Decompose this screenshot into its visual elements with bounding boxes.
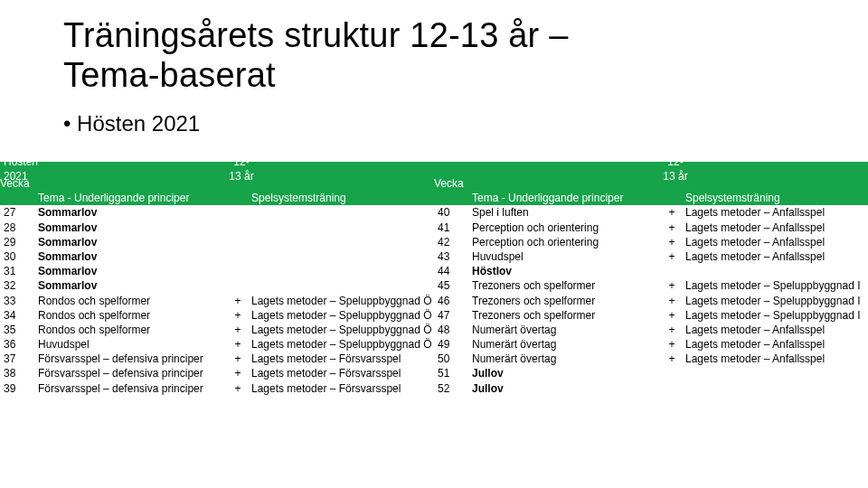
right-header-vecka: Vecka [434, 176, 472, 191]
cell-plus [224, 249, 251, 264]
cell-plus [224, 221, 251, 235]
cell-tema: Numerärt övertag [472, 352, 658, 366]
cell-vecka: 34 [0, 308, 38, 323]
cell-tema: Numerärt övertag [472, 323, 658, 337]
cell-plus [224, 205, 251, 220]
cell-vecka: 47 [434, 308, 472, 323]
cell-tema: Sommarlov [38, 249, 224, 264]
table-row: 36Huvudspel+Lagets metoder – Speluppbygg… [0, 337, 434, 352]
cell-tema: Perception och orientering [472, 221, 658, 235]
cell-plus: + [658, 308, 685, 323]
cell-plus: + [224, 366, 251, 380]
cell-vecka: 46 [434, 294, 472, 308]
cell-vecka: 38 [0, 366, 38, 380]
cell-spel [251, 205, 434, 220]
cell-plus: + [658, 294, 685, 308]
cell-plus: + [658, 352, 685, 366]
table-row: 31Sommarlov [0, 264, 434, 278]
right-header-age: 12-13 år [662, 155, 689, 183]
cell-spel: Lagets metoder – Anfallsspel [685, 205, 868, 220]
cell-plus: + [658, 323, 685, 337]
cell-tema: Sommarlov [38, 235, 224, 249]
table-row: 50Numerärt övertag+Lagets metoder – Anfa… [434, 352, 868, 366]
cell-vecka: 52 [434, 381, 472, 396]
cell-vecka: 40 [434, 205, 472, 220]
right-body: 40Spel i luften+Lagets metoder – Anfalls… [434, 205, 868, 395]
right-header-tema: Tema - Underliggande principer [472, 191, 658, 205]
table-row: 38Försvarsspel – defensiva principer+Lag… [0, 366, 434, 380]
cell-vecka: 50 [434, 352, 472, 366]
cell-spel: Lagets metoder – Speluppbyggnad I [685, 294, 868, 308]
cell-tema: Försvarsspel – defensiva principer [38, 352, 224, 366]
cell-plus: + [224, 323, 251, 337]
right-header-spel: Spelsystemsträning [685, 191, 868, 205]
cell-plus: + [224, 352, 251, 366]
right-header-row2: Vecka [434, 176, 868, 191]
bullet-line: Hösten 2021 [63, 111, 868, 136]
table-row: 27Sommarlov [0, 205, 434, 220]
table-row: 32Sommarlov [0, 278, 434, 293]
cell-spel: Lagets metoder – Anfallsspel [685, 323, 868, 337]
left-body: 27Sommarlov28Sommarlov29Sommarlov30Somma… [0, 205, 434, 395]
cell-vecka: 32 [0, 278, 38, 293]
cell-tema: Spel i luften [472, 205, 658, 220]
cell-vecka: 27 [0, 205, 38, 220]
tables-container: Hösten 2021 12-13 år Vecka Tema - Underl… [0, 162, 868, 395]
cell-spel [251, 278, 434, 293]
cell-tema: Huvudspel [472, 249, 658, 264]
cell-tema: Numerärt övertag [472, 337, 658, 352]
cell-tema: Sommarlov [38, 278, 224, 293]
table-row: 49Numerärt övertag+Lagets metoder – Anfa… [434, 337, 868, 352]
table-row: 40Spel i luften+Lagets metoder – Anfalls… [434, 205, 868, 220]
cell-plus: + [658, 205, 685, 220]
cell-vecka: 43 [434, 249, 472, 264]
title-line2: Tema-baserat [63, 56, 276, 94]
cell-vecka: 41 [434, 221, 472, 235]
right-header-row1: 12-13 år [434, 162, 868, 176]
cell-plus: + [658, 249, 685, 264]
cell-spel: Lagets metoder – Speluppbyggnad Ö [251, 294, 434, 308]
table-row: 44Höstlov [434, 264, 868, 278]
cell-plus: + [224, 381, 251, 396]
table-row: 42Perception och orientering+Lagets meto… [434, 235, 868, 249]
cell-spel: Lagets metoder – Försvarsspel [251, 352, 434, 366]
cell-plus: + [224, 308, 251, 323]
cell-tema: Försvarsspel – defensiva principer [38, 381, 224, 396]
cell-vecka: 48 [434, 323, 472, 337]
cell-tema: Jullov [472, 366, 658, 380]
cell-spel [685, 264, 868, 278]
cell-plus: + [224, 337, 251, 352]
cell-spel: Lagets metoder – Speluppbyggnad Ö [251, 308, 434, 323]
table-right: 12-13 år Vecka Tema - Underliggande prin… [434, 162, 868, 395]
cell-plus: + [224, 294, 251, 308]
table-row: 29Sommarlov [0, 235, 434, 249]
cell-vecka: 28 [0, 221, 38, 235]
cell-spel: Lagets metoder – Speluppbyggnad I [685, 308, 868, 323]
right-header-row3: Tema - Underliggande principer Spelsyste… [434, 191, 868, 205]
cell-spel [251, 249, 434, 264]
table-row: 46Trezoners och spelformer+Lagets metode… [434, 294, 868, 308]
cell-vecka: 35 [0, 323, 38, 337]
cell-plus: + [658, 337, 685, 352]
cell-tema: Trezoners och spelformer [472, 278, 658, 293]
cell-spel: Lagets metoder – Anfallsspel [685, 221, 868, 235]
cell-tema: Huvudspel [38, 337, 224, 352]
table-row: 48Numerärt övertag+Lagets metoder – Anfa… [434, 323, 868, 337]
cell-tema: Sommarlov [38, 221, 224, 235]
cell-vecka: 36 [0, 337, 38, 352]
title-line1: Träningsårets struktur 12-13 år – [63, 16, 569, 54]
cell-vecka: 49 [434, 337, 472, 352]
left-header-tema: Tema - Underliggande principer [38, 191, 224, 205]
cell-spel [251, 235, 434, 249]
cell-spel: Lagets metoder – Anfallsspel [685, 337, 868, 352]
cell-plus [224, 264, 251, 278]
cell-plus [658, 381, 685, 396]
cell-tema: Försvarsspel – defensiva principer [38, 366, 224, 380]
cell-plus: + [658, 221, 685, 235]
cell-tema: Sommarlov [38, 205, 224, 220]
table-row: 35Rondos och spelformer+Lagets metoder –… [0, 323, 434, 337]
cell-vecka: 45 [434, 278, 472, 293]
cell-spel: Lagets metoder – Försvarsspel [251, 381, 434, 396]
cell-spel [251, 264, 434, 278]
table-row: 51Jullov [434, 366, 868, 380]
